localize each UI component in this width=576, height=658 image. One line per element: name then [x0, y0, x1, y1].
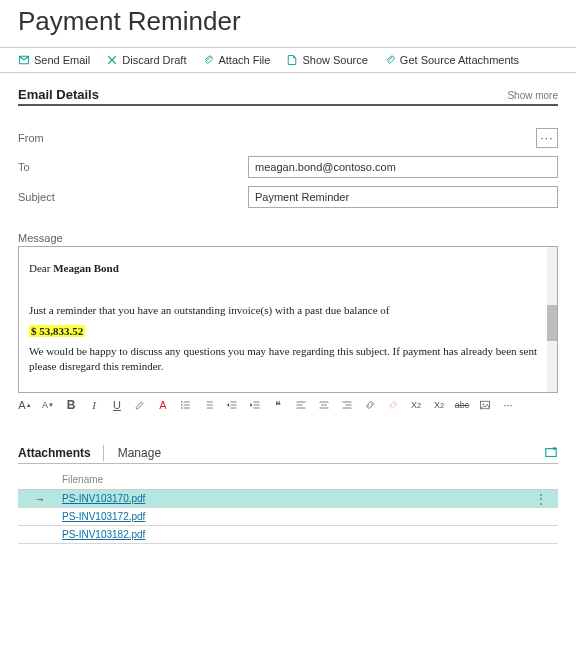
quote-button[interactable]: ❝: [271, 398, 285, 412]
paperclip-icon: [202, 54, 214, 66]
amount-highlight: $ 53,833.52: [29, 325, 85, 337]
show-source-button[interactable]: Show Source: [286, 54, 367, 66]
show-source-label: Show Source: [302, 54, 367, 66]
send-email-button[interactable]: Send Email: [18, 54, 90, 66]
row-actions-button[interactable]: ⋮: [524, 490, 558, 507]
attachment-filename-link[interactable]: PS-INV103172.pdf: [62, 511, 524, 522]
message-line-2: We would be happy to discuss any questio…: [29, 344, 547, 374]
discard-draft-label: Discard Draft: [122, 54, 186, 66]
from-label: From: [18, 132, 238, 144]
section-divider: [18, 104, 558, 106]
link-button[interactable]: [363, 398, 377, 412]
table-row[interactable]: PS-INV103172.pdf⋮: [18, 508, 558, 526]
editor-scrollbar[interactable]: [547, 247, 557, 392]
underline-button[interactable]: U: [110, 398, 124, 412]
show-source-icon: [286, 54, 298, 66]
attachments-rows: →PS-INV103170.pdf⋮PS-INV103172.pdf⋮PS-IN…: [18, 490, 558, 544]
svg-point-4: [483, 404, 485, 406]
from-more-button[interactable]: ···: [536, 128, 558, 148]
attachments-manage-link[interactable]: Manage: [118, 446, 161, 460]
number-list-button[interactable]: [202, 398, 216, 412]
align-left-button[interactable]: [294, 398, 308, 412]
subject-label: Subject: [18, 191, 238, 203]
page-title: Payment Reminder: [0, 0, 576, 47]
table-row[interactable]: PS-INV103182.pdf⋮: [18, 526, 558, 544]
action-toolbar: Send Email Discard Draft Attach File Sho…: [0, 48, 576, 73]
svg-point-1: [181, 404, 183, 406]
svg-point-2: [181, 407, 183, 409]
get-source-attachments-label: Get Source Attachments: [400, 54, 519, 66]
message-editor[interactable]: Dear Meagan Bond Just a reminder that yo…: [18, 246, 558, 393]
to-row: To: [0, 152, 576, 182]
get-source-attachments-button[interactable]: Get Source Attachments: [384, 54, 519, 66]
email-details-header: Email Details Show more: [0, 73, 576, 104]
row-arrow-icon: →: [18, 493, 62, 505]
italic-button[interactable]: I: [87, 398, 101, 412]
attachment-filename-link[interactable]: PS-INV103170.pdf: [62, 493, 524, 504]
rich-text-toolbar: A▲ A▼ B I U A ❝ X2 X2 abc ···: [0, 393, 576, 417]
message-line-1: Just a reminder that you have an outstan…: [29, 303, 547, 318]
send-email-icon: [18, 54, 30, 66]
salutation-prefix: Dear: [29, 262, 53, 274]
discard-icon: [106, 54, 118, 66]
align-right-button[interactable]: [340, 398, 354, 412]
message-body[interactable]: Dear Meagan Bond Just a reminder that yo…: [19, 247, 557, 392]
from-row: From ···: [0, 116, 576, 152]
to-input[interactable]: [248, 156, 558, 178]
font-size-down-button[interactable]: A▼: [41, 398, 55, 412]
attachments-new-button[interactable]: [544, 446, 558, 460]
salutation-name: Meagan Bond: [53, 262, 119, 274]
show-more-link[interactable]: Show more: [507, 90, 558, 101]
font-color-button[interactable]: A: [156, 398, 170, 412]
attach-file-label: Attach File: [218, 54, 270, 66]
indent-button[interactable]: [248, 398, 262, 412]
subject-row: Subject: [0, 182, 576, 212]
attachment-filename-link[interactable]: PS-INV103182.pdf: [62, 529, 524, 540]
get-attachments-icon: [384, 54, 396, 66]
align-center-button[interactable]: [317, 398, 331, 412]
attachments-divider: [103, 445, 104, 461]
subject-input[interactable]: [248, 186, 558, 208]
filename-column-label: Filename: [62, 474, 103, 485]
attach-file-button[interactable]: Attach File: [202, 54, 270, 66]
email-details-title: Email Details: [18, 87, 99, 102]
discard-draft-button[interactable]: Discard Draft: [106, 54, 186, 66]
font-size-up-button[interactable]: A▲: [18, 398, 32, 412]
to-label: To: [18, 161, 238, 173]
table-row[interactable]: →PS-INV103170.pdf⋮: [18, 490, 558, 508]
highlight-button[interactable]: [133, 398, 147, 412]
bold-button[interactable]: B: [64, 398, 78, 412]
attachments-title: Attachments: [18, 446, 103, 460]
attachments-section: Attachments Manage Filename →PS-INV10317…: [0, 439, 576, 564]
editor-scrollbar-thumb[interactable]: [547, 305, 557, 341]
bullet-list-button[interactable]: [179, 398, 193, 412]
outdent-button[interactable]: [225, 398, 239, 412]
message-label: Message: [0, 212, 576, 246]
attachments-column-header: Filename: [18, 464, 558, 490]
svg-point-0: [181, 401, 183, 403]
superscript-button[interactable]: X2: [409, 398, 423, 412]
toolbar-more-button[interactable]: ···: [501, 398, 515, 412]
subscript-button[interactable]: X2: [432, 398, 446, 412]
send-email-label: Send Email: [34, 54, 90, 66]
strikethrough-button[interactable]: abc: [455, 398, 469, 412]
image-button[interactable]: [478, 398, 492, 412]
unlink-button[interactable]: [386, 398, 400, 412]
